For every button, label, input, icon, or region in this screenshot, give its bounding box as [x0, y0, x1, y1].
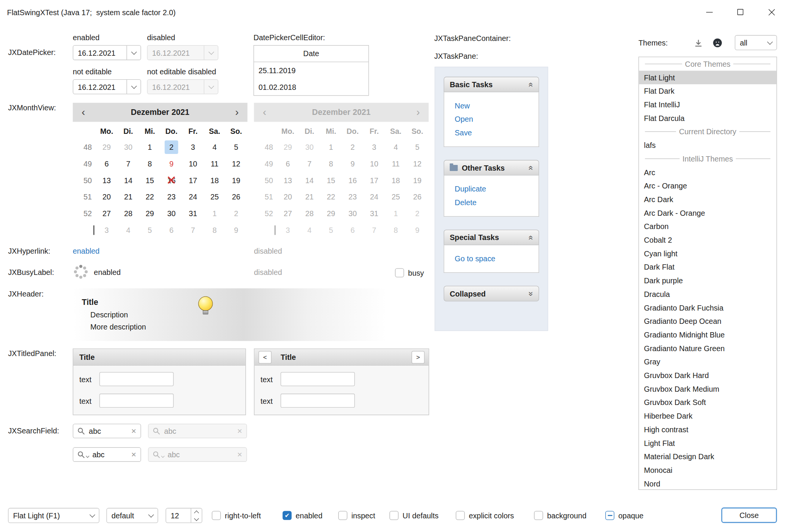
day-cell[interactable]: 7 — [182, 223, 204, 237]
taskpane-link[interactable]: Go to space — [455, 252, 538, 265]
day-cell[interactable]: 7 — [118, 157, 139, 171]
day-cell[interactable]: 12 — [225, 157, 247, 171]
day-cell[interactable]: 19 — [225, 174, 247, 187]
prev-month-button[interactable]: ‹ — [73, 103, 94, 122]
collapse-chevron-icon[interactable]: « — [526, 165, 535, 170]
table-row[interactable]: 01.02.2018 — [254, 79, 368, 96]
day-cell[interactable]: 6 — [96, 157, 118, 171]
datepicker-not-editable[interactable]: 16.12.2021 — [73, 79, 141, 94]
spinner-up-button[interactable] — [191, 508, 202, 516]
theme-list-item[interactable]: Arc Dark - Orange — [639, 206, 776, 220]
day-cell[interactable]: 30 — [118, 140, 139, 154]
checkbox-explicit-colors[interactable]: explicit colors — [456, 511, 514, 520]
day-cell[interactable]: 2 — [161, 140, 182, 154]
taskpane-link[interactable]: Delete — [455, 196, 538, 209]
clear-icon[interactable]: ✕ — [131, 451, 136, 458]
day-cell[interactable]: 24 — [182, 190, 204, 204]
theme-list-item[interactable]: lafs — [639, 138, 776, 152]
checkbox-enabled[interactable]: ✔enabled — [283, 511, 323, 520]
themes-filter-combo[interactable]: all — [735, 35, 777, 50]
day-cell[interactable]: 8 — [204, 223, 225, 237]
day-cell[interactable]: 31 — [182, 207, 204, 220]
taskpane-header[interactable]: Special Tasks« — [444, 230, 539, 245]
day-cell[interactable]: 4 — [204, 140, 225, 154]
day-cell[interactable]: 25 — [204, 190, 225, 204]
day-cell[interactable]: 22 — [139, 190, 161, 204]
theme-list-item[interactable]: Gruvbox Dark Hard — [639, 369, 776, 382]
theme-list-item[interactable]: Dark Flat — [639, 260, 776, 274]
taskpane-header[interactable]: Basic Tasks« — [444, 77, 539, 92]
datepicker-dropdown-button[interactable] — [126, 80, 140, 94]
day-cell[interactable]: 23 — [161, 190, 182, 204]
day-cell[interactable]: 9 — [161, 157, 182, 171]
window-close-button[interactable] — [756, 0, 787, 24]
taskpane-header[interactable]: Other Tasks« — [444, 160, 539, 176]
theme-list-item[interactable]: Flat Darcula — [639, 111, 776, 125]
next-month-button[interactable]: › — [227, 103, 248, 122]
monthview-enabled[interactable]: ‹Dezember 2021›Mo.Di.Mi.Do.Fr.Sa.So.4829… — [73, 103, 247, 238]
taskpane-link[interactable]: Duplicate — [455, 182, 538, 196]
day-cell[interactable]: 30 — [161, 207, 182, 220]
search-field[interactable]: abc✕ — [73, 424, 141, 438]
day-cell[interactable]: 29 — [139, 207, 161, 220]
theme-list-item[interactable]: Gruvbox Dark Medium — [639, 382, 776, 396]
taskpane-header[interactable]: Collapsed» — [444, 286, 539, 301]
theme-list-item[interactable]: High contrast — [639, 423, 776, 436]
day-cell[interactable]: 27 — [96, 207, 118, 220]
day-cell[interactable]: 26 — [225, 190, 247, 204]
day-cell[interactable]: 16✕ — [161, 174, 182, 187]
theme-list-item[interactable]: Carbon — [639, 220, 776, 233]
theme-list-item[interactable]: Gradianto Midnight Blue — [639, 328, 776, 342]
checkbox-right-to-left[interactable]: right-to-left — [212, 511, 261, 520]
spinner-down-button[interactable] — [191, 515, 202, 523]
day-cell[interactable]: 18 — [204, 174, 225, 187]
font-combo[interactable]: default — [106, 508, 158, 523]
expand-chevron-icon[interactable]: » — [526, 291, 535, 296]
datepicker-value[interactable]: 16.12.2021 — [73, 46, 126, 60]
datepicker-dropdown-button[interactable] — [126, 46, 140, 60]
theme-list-item[interactable]: Flat Light — [639, 71, 776, 84]
theme-list-item[interactable]: Arc - Orange — [639, 179, 776, 193]
maximize-button[interactable] — [725, 0, 756, 24]
theme-list-item[interactable]: Hiberbee Dark — [639, 409, 776, 423]
theme-list-item[interactable]: Monocai — [639, 463, 776, 477]
panel-left-arrow-button[interactable]: < — [258, 351, 271, 363]
checkbox-background[interactable]: background — [534, 511, 586, 520]
checkbox-opaque[interactable]: opaque — [605, 511, 644, 520]
checkbox-inspect[interactable]: inspect — [338, 511, 375, 520]
theme-list-item[interactable]: Cobalt 2 — [639, 233, 776, 247]
day-cell[interactable]: 8 — [139, 157, 161, 171]
theme-list-item[interactable]: Gradianto Nature Green — [639, 342, 776, 355]
theme-list-item[interactable]: Dark purple — [639, 274, 776, 287]
theme-list-item[interactable]: Gradianto Deep Ocean — [639, 314, 776, 328]
panel-right-arrow-button[interactable]: > — [412, 351, 425, 363]
text-input[interactable] — [99, 394, 174, 408]
checkbox-ui-defaults[interactable]: UI defaults — [389, 511, 438, 520]
table-row[interactable]: 25.11.2019 — [254, 62, 368, 79]
day-cell[interactable]: 2 — [225, 207, 247, 220]
collapse-chevron-icon[interactable]: « — [526, 82, 535, 87]
collapse-chevron-icon[interactable]: « — [526, 235, 535, 240]
day-cell[interactable]: 29 — [96, 140, 118, 154]
taskpane-link[interactable]: New — [455, 99, 538, 113]
theme-list-item[interactable]: Flat Dark — [639, 84, 776, 98]
theme-list-item[interactable]: Nord — [639, 477, 776, 490]
datepicker-enabled[interactable]: 16.12.2021 — [73, 45, 141, 60]
minimize-button[interactable] — [694, 0, 725, 24]
day-cell[interactable]: 9 — [225, 223, 247, 237]
table-column-header[interactable]: Date — [254, 46, 368, 62]
theme-list-item[interactable]: Cyan light — [639, 247, 776, 261]
text-input[interactable] — [280, 394, 355, 408]
day-cell[interactable]: 4 — [118, 223, 139, 237]
theme-list-item[interactable]: Flat IntelliJ — [639, 98, 776, 111]
day-cell[interactable]: 5 — [225, 140, 247, 154]
theme-list-item[interactable]: Dracula — [639, 287, 776, 301]
theme-list-item[interactable]: Arc — [639, 165, 776, 179]
text-input[interactable] — [280, 372, 355, 386]
text-input[interactable] — [99, 372, 174, 386]
taskpane-link[interactable]: Open — [455, 112, 538, 126]
download-icon[interactable] — [693, 38, 704, 49]
font-size-spinner[interactable]: 12 — [165, 508, 202, 523]
laf-combo[interactable]: Flat Light (F1) — [8, 508, 99, 523]
day-cell[interactable]: 17 — [182, 174, 204, 187]
